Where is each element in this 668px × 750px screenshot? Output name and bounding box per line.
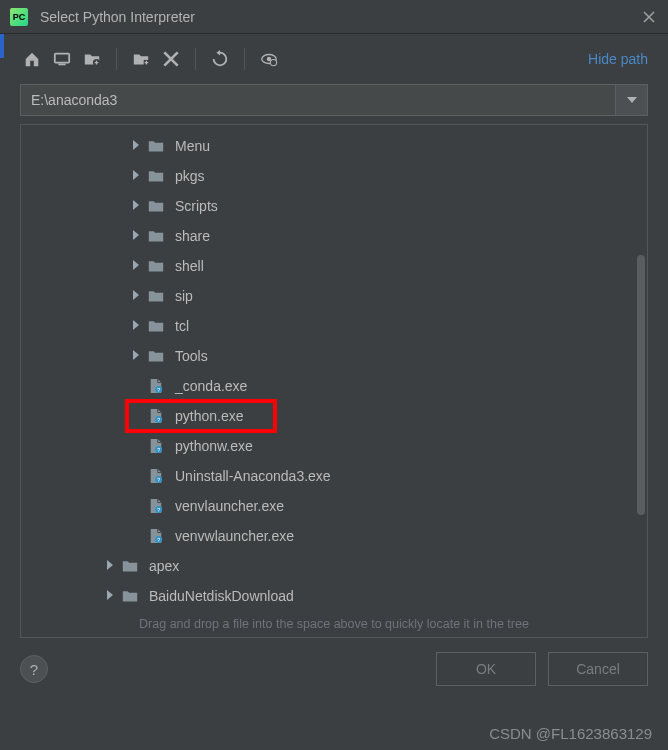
tree-container: MenupkgsScriptsshareshellsiptclTools?_co… xyxy=(20,124,648,638)
path-input[interactable] xyxy=(20,84,616,116)
tree-item-label: pkgs xyxy=(175,168,205,184)
tree-row[interactable]: pkgs xyxy=(21,161,647,191)
tree-item-label: apex xyxy=(149,558,179,574)
dialog-title: Select Python Interpreter xyxy=(40,9,195,25)
tree-row[interactable]: tcl xyxy=(21,311,647,341)
project-icon[interactable] xyxy=(80,47,104,71)
folder-icon xyxy=(121,558,139,574)
toolbar-separator xyxy=(116,48,117,70)
path-row xyxy=(0,84,668,116)
file-icon: ? xyxy=(147,498,165,514)
svg-text:?: ? xyxy=(157,507,160,513)
svg-text:?: ? xyxy=(157,387,160,393)
file-icon: ? xyxy=(147,468,165,484)
folder-icon xyxy=(147,288,165,304)
desktop-icon[interactable] xyxy=(50,47,74,71)
watermark: CSDN @FL1623863129 xyxy=(489,725,652,742)
tree-item-label: shell xyxy=(175,258,204,274)
folder-icon xyxy=(147,348,165,364)
tree-item-label: Uninstall-Anaconda3.exe xyxy=(175,468,331,484)
chevron-right-icon[interactable] xyxy=(129,320,143,332)
hide-path-link[interactable]: Hide path xyxy=(588,51,648,67)
folder-icon xyxy=(121,588,139,604)
cancel-button[interactable]: Cancel xyxy=(548,652,648,686)
tree-row[interactable]: ?Uninstall-Anaconda3.exe xyxy=(21,461,647,491)
svg-text:?: ? xyxy=(157,477,160,483)
chevron-right-icon[interactable] xyxy=(103,560,117,572)
svg-text:?: ? xyxy=(157,447,160,453)
tree-item-label: Tools xyxy=(175,348,208,364)
tree-row[interactable]: ?pythonw.exe xyxy=(21,431,647,461)
new-folder-icon[interactable] xyxy=(129,47,153,71)
tree-row[interactable]: shell xyxy=(21,251,647,281)
svg-text:?: ? xyxy=(157,417,160,423)
show-hidden-icon[interactable] xyxy=(257,47,281,71)
chevron-right-icon[interactable] xyxy=(129,230,143,242)
folder-icon xyxy=(147,168,165,184)
tree-row[interactable]: share xyxy=(21,221,647,251)
tree-row[interactable]: Menu xyxy=(21,131,647,161)
file-icon: ? xyxy=(147,528,165,544)
toolbar: Hide path xyxy=(0,34,668,84)
folder-icon xyxy=(147,318,165,334)
help-button[interactable]: ? xyxy=(20,655,48,683)
folder-icon xyxy=(147,258,165,274)
tree-item-label: venvlauncher.exe xyxy=(175,498,284,514)
chevron-right-icon[interactable] xyxy=(129,140,143,152)
chevron-right-icon[interactable] xyxy=(129,170,143,182)
tree-row[interactable]: BaiduNetdiskDownload xyxy=(21,581,647,605)
file-tree[interactable]: MenupkgsScriptsshareshellsiptclTools?_co… xyxy=(21,125,647,605)
chevron-right-icon[interactable] xyxy=(129,350,143,362)
tree-item-label: venvwlauncher.exe xyxy=(175,528,294,544)
chevron-right-icon[interactable] xyxy=(129,200,143,212)
folder-icon xyxy=(147,198,165,214)
path-dropdown-button[interactable] xyxy=(616,84,648,116)
chevron-right-icon[interactable] xyxy=(129,260,143,272)
ok-button[interactable]: OK xyxy=(436,652,536,686)
pycharm-icon: PC xyxy=(10,8,28,26)
refresh-icon[interactable] xyxy=(208,47,232,71)
tree-item-label: share xyxy=(175,228,210,244)
tree-item-label: Scripts xyxy=(175,198,218,214)
tree-item-label: tcl xyxy=(175,318,189,334)
file-icon: ? xyxy=(147,438,165,454)
tree-row[interactable]: ?python.exe xyxy=(21,401,647,431)
tree-row[interactable]: ?_conda.exe xyxy=(21,371,647,401)
home-icon[interactable] xyxy=(20,47,44,71)
tree-item-label: Menu xyxy=(175,138,210,154)
tree-item-label: pythonw.exe xyxy=(175,438,253,454)
svg-text:?: ? xyxy=(157,537,160,543)
delete-icon[interactable] xyxy=(159,47,183,71)
scrollbar-thumb[interactable] xyxy=(637,255,645,515)
file-icon: ? xyxy=(147,408,165,424)
tree-row[interactable]: sip xyxy=(21,281,647,311)
left-accent xyxy=(0,34,4,58)
tree-item-label: sip xyxy=(175,288,193,304)
tree-row[interactable]: apex xyxy=(21,551,647,581)
svg-rect-1 xyxy=(58,64,65,66)
dialog-buttons: ? OK Cancel xyxy=(0,638,668,686)
toolbar-separator xyxy=(195,48,196,70)
tree-row[interactable]: Scripts xyxy=(21,191,647,221)
file-icon: ? xyxy=(147,378,165,394)
close-button[interactable] xyxy=(640,8,658,26)
svg-rect-0 xyxy=(55,54,69,63)
svg-point-6 xyxy=(270,59,276,65)
tree-item-label: _conda.exe xyxy=(175,378,247,394)
folder-icon xyxy=(147,228,165,244)
folder-icon xyxy=(147,138,165,154)
chevron-right-icon[interactable] xyxy=(129,290,143,302)
tree-item-label: BaiduNetdiskDownload xyxy=(149,588,294,604)
tree-hint: Drag and drop a file into the space abov… xyxy=(21,617,647,631)
toolbar-separator xyxy=(244,48,245,70)
titlebar: PC Select Python Interpreter xyxy=(0,0,668,34)
chevron-right-icon[interactable] xyxy=(103,590,117,602)
tree-row[interactable]: ?venvwlauncher.exe xyxy=(21,521,647,551)
tree-row[interactable]: Tools xyxy=(21,341,647,371)
tree-row[interactable]: ?venvlauncher.exe xyxy=(21,491,647,521)
tree-item-label: python.exe xyxy=(175,408,244,424)
